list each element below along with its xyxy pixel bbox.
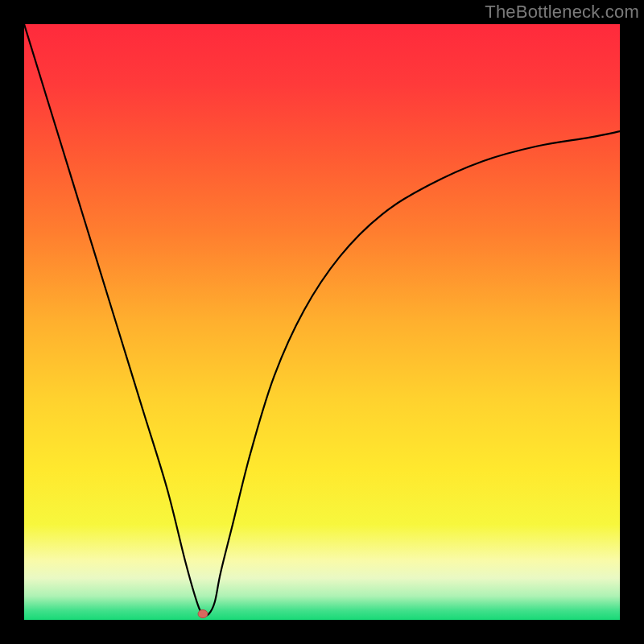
- gradient-background: [24, 24, 620, 620]
- optimal-point-marker: [198, 610, 208, 618]
- plot-area: [24, 24, 620, 620]
- bottleneck-chart-svg: [24, 24, 620, 620]
- watermark-text: TheBottleneck.com: [485, 2, 639, 23]
- chart-frame: TheBottleneck.com: [0, 0, 644, 644]
